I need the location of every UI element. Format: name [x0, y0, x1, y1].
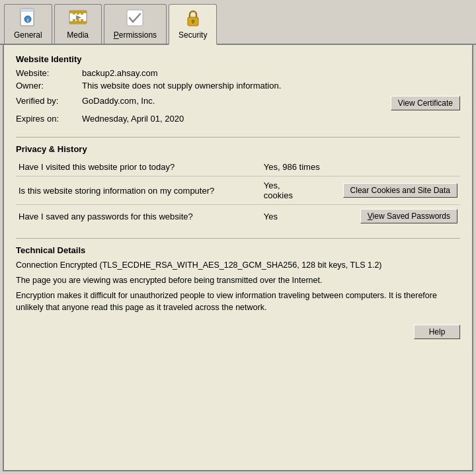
- table-row: Have I visited this website prior to tod…: [16, 158, 460, 177]
- svg-rect-17: [192, 21, 194, 24]
- owner-value: This website does not supply ownership i…: [82, 81, 281, 91]
- button-1-cell: [340, 158, 460, 177]
- privacy-history-section: Privacy & History Have I visited this we…: [16, 144, 460, 227]
- button-3-cell: View Saved Passwords: [340, 205, 460, 228]
- table-row: Is this website storing information on m…: [16, 177, 460, 205]
- technical-details-title: Technical Details: [16, 245, 460, 255]
- answer-1: Yes, 986 times: [261, 158, 340, 177]
- technical-line-1: Connection Encrypted (TLS_ECDHE_RSA_WITH…: [16, 259, 460, 272]
- divider-1: [16, 137, 460, 138]
- technical-line-2: The page you are viewing was encrypted b…: [16, 274, 460, 287]
- clear-cookies-button[interactable]: Clear Cookies and Site Data: [343, 183, 457, 198]
- website-identity-title: Website Identity: [16, 54, 460, 64]
- table-row: Have I saved any passwords for this webs…: [16, 205, 460, 228]
- website-identity-section: Website Identity Website: backup2.ahsay.…: [16, 54, 460, 126]
- question-2: Is this website storing information on m…: [16, 177, 261, 205]
- tab-general[interactable]: i General: [4, 4, 52, 44]
- question-3: Have I saved any passwords for this webs…: [16, 205, 261, 228]
- svg-rect-10: [73, 19, 75, 21]
- expires-value: Wednesday, April 01, 2020: [82, 114, 184, 124]
- owner-label: Owner:: [16, 81, 82, 91]
- expires-row: Expires on: Wednesday, April 01, 2020: [16, 114, 184, 124]
- verified-value: GoDaddy.com, Inc.: [82, 96, 155, 106]
- answer-3: Yes: [261, 205, 340, 228]
- tab-media[interactable]: Media: [54, 4, 102, 44]
- privacy-history-title: Privacy & History: [16, 144, 460, 154]
- svg-rect-1: [20, 9, 34, 12]
- button-2-cell: Clear Cookies and Site Data: [340, 177, 460, 205]
- security-icon: [182, 7, 204, 28]
- divider-2: [16, 238, 460, 239]
- svg-rect-9: [81, 13, 83, 15]
- technical-details-section: Technical Details Connection Encrypted (…: [16, 245, 460, 314]
- general-icon: i: [17, 7, 38, 28]
- verified-row: Verified by: GoDaddy.com, Inc. Expires o…: [16, 96, 460, 126]
- technical-line-3: Encryption makes it difficult for unauth…: [16, 290, 460, 315]
- tab-security-label: Security: [178, 30, 207, 40]
- svg-rect-8: [77, 13, 79, 15]
- view-passwords-button[interactable]: View Saved Passwords: [360, 209, 457, 223]
- tab-permissions[interactable]: Permissions: [104, 4, 167, 44]
- view-certificate-button[interactable]: View Certificate: [391, 96, 460, 110]
- svg-rect-11: [77, 19, 79, 21]
- website-label: Website:: [16, 68, 82, 78]
- help-row: Help: [16, 325, 460, 339]
- question-1: Have I visited this website prior to tod…: [16, 158, 261, 177]
- privacy-table: Have I visited this website prior to tod…: [16, 158, 460, 227]
- permissions-icon: [124, 7, 145, 28]
- media-icon: [67, 7, 89, 28]
- tab-permissions-label: Permissions: [114, 30, 157, 40]
- expires-label: Expires on:: [16, 114, 82, 124]
- tab-bar: i General Media: [0, 0, 476, 45]
- tab-general-label: General: [14, 30, 42, 40]
- svg-text:i: i: [27, 17, 28, 23]
- main-content: Website Identity Website: backup2.ahsay.…: [3, 45, 473, 471]
- verified-label: Verified by:: [16, 96, 82, 106]
- owner-row: Owner: This website does not supply owne…: [16, 81, 460, 91]
- verified-info: Verified by: GoDaddy.com, Inc. Expires o…: [16, 96, 184, 126]
- website-row: Website: backup2.ahsay.com: [16, 68, 460, 78]
- tab-media-label: Media: [67, 30, 89, 40]
- website-value: backup2.ahsay.com: [82, 68, 158, 78]
- verified-sub-row: Verified by: GoDaddy.com, Inc.: [16, 96, 184, 106]
- svg-rect-7: [73, 13, 75, 15]
- answer-2: Yes,cookies: [261, 177, 340, 205]
- tab-security[interactable]: Security: [169, 4, 217, 45]
- help-button[interactable]: Help: [414, 325, 460, 339]
- svg-rect-12: [81, 19, 83, 21]
- svg-rect-6: [69, 21, 87, 24]
